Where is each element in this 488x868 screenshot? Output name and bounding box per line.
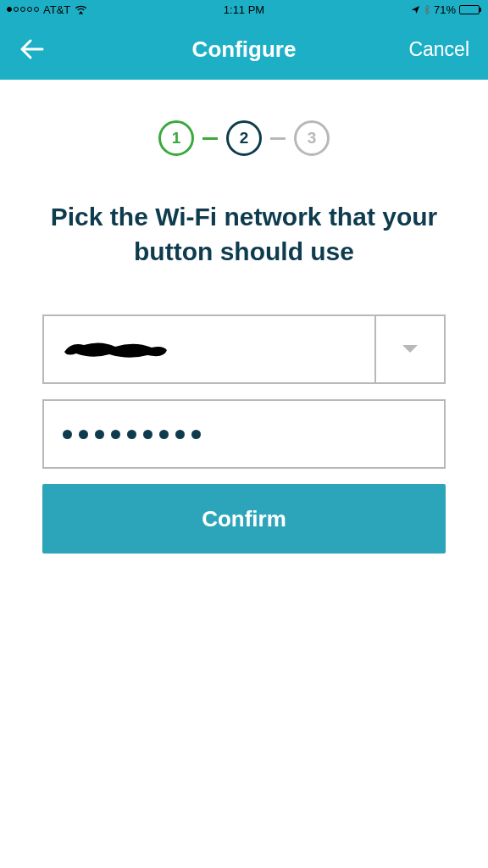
step-2: 2 [226, 120, 262, 156]
wifi-icon [75, 4, 87, 14]
battery-icon [459, 5, 481, 14]
wifi-network-select[interactable] [42, 314, 446, 384]
redacted-network-name [63, 337, 169, 362]
wifi-network-value [44, 316, 374, 382]
progress-stepper: 1 2 3 [42, 120, 446, 156]
dropdown-toggle[interactable] [374, 316, 444, 382]
instruction-heading: Pick the Wi-Fi network that your button … [42, 200, 446, 269]
status-bar: AT&T 1:11 PM 71% [0, 0, 488, 19]
signal-strength-icon [7, 7, 39, 12]
chevron-down-icon [401, 343, 419, 355]
step-connector-2 [270, 137, 286, 140]
step-1: 1 [158, 120, 194, 156]
page-title: Configure [192, 36, 297, 63]
step-connector-1 [202, 137, 218, 140]
cancel-button[interactable]: Cancel [408, 38, 469, 61]
svg-point-0 [80, 11, 82, 14]
carrier-label: AT&T [43, 3, 70, 16]
back-button[interactable] [19, 36, 46, 63]
password-input[interactable] [42, 399, 446, 469]
bluetooth-icon [424, 4, 430, 15]
status-time: 1:11 PM [224, 3, 264, 16]
status-left: AT&T [7, 3, 87, 16]
confirm-button[interactable]: Confirm [42, 484, 446, 554]
nav-bar: Configure Cancel [0, 19, 488, 80]
password-value-masked [63, 430, 201, 439]
status-right: 71% [411, 3, 481, 16]
main-content: 1 2 3 Pick the Wi-Fi network that your b… [0, 80, 488, 554]
location-icon [411, 5, 420, 14]
step-3: 3 [294, 120, 330, 156]
battery-percent: 71% [434, 3, 456, 16]
